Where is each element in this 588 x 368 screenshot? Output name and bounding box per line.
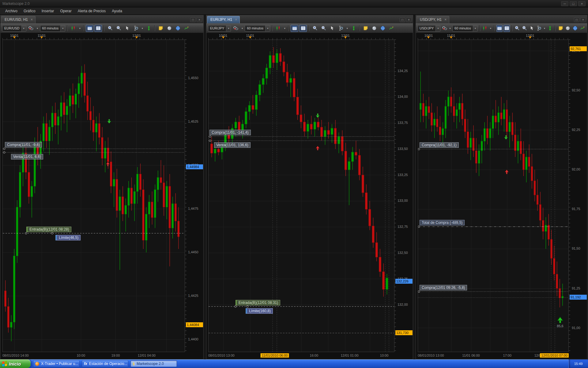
dropdown-caret-icon[interactable]: ▾ bbox=[543, 27, 546, 30]
zoom-out-icon[interactable] bbox=[320, 25, 327, 32]
autoscale-icon[interactable] bbox=[145, 25, 153, 32]
taskbar-button-fx[interactable]: fxEstación de Operacio... bbox=[82, 360, 128, 367]
autoscale-icon[interactable] bbox=[547, 25, 553, 32]
panel-restore-icon[interactable]: □ bbox=[574, 17, 579, 22]
zoom-out-icon[interactable] bbox=[115, 25, 123, 32]
chart-type-icon[interactable] bbox=[482, 25, 488, 32]
zoom-in-icon[interactable] bbox=[311, 25, 319, 32]
panel-close-icon[interactable]: × bbox=[197, 17, 202, 22]
menu-item-insertar[interactable]: Insertar bbox=[39, 8, 57, 14]
autoscale-icon[interactable] bbox=[350, 25, 357, 32]
price-chart-canvas[interactable]: 85,6 bbox=[418, 40, 568, 352]
price-axis[interactable]: 92,7592,5092,2592,0091,7591,5091,2591,00… bbox=[569, 40, 587, 352]
chevron-down-icon[interactable]: ▾ bbox=[265, 25, 270, 31]
start-button[interactable]: Inicio bbox=[0, 359, 31, 368]
menu-item-archivo[interactable]: Archivo bbox=[2, 8, 20, 14]
quote-board-icon[interactable] bbox=[86, 25, 93, 32]
tab-eurjpy[interactable]: EUR/JPY, H1 × bbox=[207, 16, 240, 23]
annotation-label[interactable]: Compra(11/01, -141,4) bbox=[209, 130, 251, 135]
panel-restore-icon[interactable]: □ bbox=[190, 17, 196, 22]
measure-icon[interactable] bbox=[132, 25, 140, 32]
symbol-select[interactable]: EUR/USD▾ bbox=[2, 25, 26, 32]
annotation-label[interactable]: Límite(160,8) bbox=[246, 308, 273, 314]
note-icon[interactable] bbox=[157, 25, 164, 32]
zoom-in-icon[interactable] bbox=[514, 25, 521, 32]
pointer-icon[interactable] bbox=[123, 25, 131, 32]
tab-close-icon[interactable]: × bbox=[444, 18, 447, 21]
menu-item-alerta-de-precios[interactable]: Alerta de Precios bbox=[75, 8, 108, 14]
measure-icon[interactable] bbox=[536, 25, 542, 32]
interval-select[interactable]: 60 minutos▾ bbox=[452, 25, 478, 32]
symbol-select[interactable]: EUR/JPY▾ bbox=[208, 25, 231, 32]
quote-board-icon[interactable] bbox=[291, 25, 298, 32]
annotation-label[interactable]: Límite(46,5) bbox=[55, 235, 81, 240]
news-icon[interactable] bbox=[370, 25, 378, 32]
measure-icon[interactable] bbox=[337, 25, 345, 32]
annotation-label[interactable]: Venta(11/01, 136,6) bbox=[214, 142, 251, 148]
data-window-icon[interactable] bbox=[503, 25, 510, 32]
minimize-icon[interactable]: ─ bbox=[561, 1, 568, 6]
panel-close-icon[interactable]: × bbox=[406, 17, 412, 22]
annotation-label[interactable]: Entrada(B)(12/01 08:31) bbox=[236, 300, 280, 305]
price-axis[interactable]: 1,45501,45251,45001,44751,44501,44251,44… bbox=[185, 40, 203, 352]
menu-item-gr-fico[interactable]: Gráfico bbox=[21, 8, 38, 14]
web-icon[interactable] bbox=[174, 25, 182, 32]
quote-board-icon[interactable] bbox=[496, 25, 503, 32]
annotation-label[interactable]: Entrada(B)(12/01 08:28) bbox=[26, 227, 71, 232]
dropdown-caret-icon[interactable]: ▾ bbox=[78, 27, 81, 30]
chevron-down-icon[interactable]: ▾ bbox=[21, 25, 26, 31]
dropdown-caret-icon[interactable]: ▾ bbox=[283, 27, 286, 30]
chart-type-icon[interactable] bbox=[274, 25, 282, 32]
chevron-down-icon[interactable]: ▾ bbox=[473, 25, 477, 31]
tab-eurusd[interactable]: EUR/USD, H1 × bbox=[1, 16, 36, 23]
chevron-down-icon[interactable]: ▾ bbox=[435, 25, 440, 31]
taskbar-button-firefox[interactable]: X-Trader • Publicar u... bbox=[33, 360, 80, 367]
dropdown-caret-icon[interactable]: ▾ bbox=[240, 27, 244, 30]
chevron-down-icon[interactable]: ▾ bbox=[226, 25, 231, 31]
note-icon[interactable] bbox=[557, 25, 564, 32]
interval-select[interactable]: 60 minutos▾ bbox=[245, 25, 270, 32]
pointer-icon[interactable] bbox=[529, 25, 535, 32]
dropdown-caret-icon[interactable]: ▾ bbox=[489, 27, 492, 30]
dropdown-caret-icon[interactable]: ▾ bbox=[449, 27, 451, 30]
menu-item-ayuda[interactable]: Ayuda bbox=[109, 8, 125, 14]
link-broken-icon[interactable] bbox=[441, 25, 448, 32]
price-chart-canvas[interactable] bbox=[3, 40, 185, 352]
annotation-label[interactable]: Compra(11/01, -92,1) bbox=[420, 142, 459, 148]
data-window-icon[interactable] bbox=[94, 25, 102, 32]
news-icon[interactable] bbox=[565, 25, 571, 32]
zoom-in-icon[interactable] bbox=[106, 25, 114, 32]
dropdown-caret-icon[interactable]: ▾ bbox=[36, 27, 39, 30]
maximize-icon[interactable]: □ bbox=[570, 1, 577, 6]
price-axis[interactable]: 134,25134,00133,75133,50133,25133,00132,… bbox=[394, 40, 413, 352]
symbol-select[interactable]: USD/JPY▾ bbox=[417, 25, 440, 32]
news-icon[interactable] bbox=[165, 25, 173, 32]
annotation-label[interactable]: Total de Compra (-489,5) bbox=[420, 220, 465, 225]
chevron-down-icon[interactable]: ▾ bbox=[60, 25, 65, 31]
close-icon[interactable]: × bbox=[578, 1, 586, 6]
panel-close-icon[interactable]: × bbox=[580, 17, 586, 22]
strategy-icon[interactable] bbox=[387, 25, 395, 32]
web-icon[interactable] bbox=[379, 25, 386, 32]
link-broken-icon[interactable] bbox=[232, 25, 239, 32]
link-broken-icon[interactable] bbox=[27, 25, 35, 32]
tab-usdjpy[interactable]: USD/JPY, H1 × bbox=[417, 16, 449, 23]
pointer-icon[interactable] bbox=[328, 25, 336, 32]
note-icon[interactable] bbox=[362, 25, 369, 32]
annotation-label[interactable]: Compra(12/01 09:26, -5,8) bbox=[420, 285, 467, 290]
data-window-icon[interactable] bbox=[299, 25, 307, 32]
web-icon[interactable] bbox=[572, 25, 579, 32]
dropdown-caret-icon[interactable]: ▾ bbox=[141, 27, 144, 30]
dropdown-caret-icon[interactable]: ▾ bbox=[345, 27, 349, 30]
tab-close-icon[interactable]: × bbox=[235, 18, 237, 21]
annotation-label[interactable]: Venta(11/01, 6,6) bbox=[11, 154, 43, 159]
taskbar-button-dollar[interactable]: $Marketscope 2.0 bbox=[130, 360, 177, 367]
strategy-icon[interactable] bbox=[183, 25, 190, 32]
annotation-label[interactable]: Compra(11/01, -9,6) bbox=[5, 142, 42, 148]
menu-item-operar[interactable]: Operar bbox=[57, 8, 74, 14]
chart-type-icon[interactable] bbox=[70, 25, 77, 32]
zoom-out-icon[interactable] bbox=[522, 25, 528, 32]
tab-close-icon[interactable]: × bbox=[31, 18, 33, 21]
interval-select[interactable]: 60 minutos▾ bbox=[40, 25, 66, 32]
strategy-icon[interactable] bbox=[579, 25, 586, 32]
